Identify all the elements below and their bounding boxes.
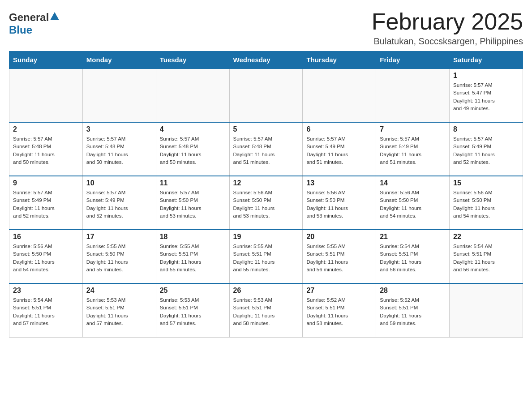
- day-number: 24: [86, 287, 152, 295]
- day-number: 21: [380, 233, 446, 241]
- day-number: 22: [453, 233, 519, 241]
- weekday-header-tuesday: Tuesday: [156, 51, 229, 69]
- weekday-header-wednesday: Wednesday: [229, 51, 303, 69]
- day-number: 12: [233, 179, 299, 187]
- day-number: 1: [453, 72, 519, 80]
- logo-general: General: [9, 11, 49, 24]
- day-cell: 10Sunrise: 5:57 AM Sunset: 5:49 PM Dayli…: [82, 176, 156, 230]
- day-info: Sunrise: 5:53 AM Sunset: 5:51 PM Dayligh…: [160, 296, 226, 327]
- day-info: Sunrise: 5:57 AM Sunset: 5:48 PM Dayligh…: [13, 135, 79, 166]
- day-info: Sunrise: 5:52 AM Sunset: 5:51 PM Dayligh…: [380, 296, 446, 327]
- day-cell: 24Sunrise: 5:53 AM Sunset: 5:51 PM Dayli…: [82, 283, 156, 337]
- day-cell: 9Sunrise: 5:57 AM Sunset: 5:49 PM Daylig…: [9, 176, 83, 230]
- day-info: Sunrise: 5:53 AM Sunset: 5:51 PM Dayligh…: [233, 296, 299, 327]
- logo: General Blue: [9, 9, 59, 36]
- calendar-title: February 2025: [372, 9, 523, 34]
- day-number: 14: [380, 179, 446, 187]
- day-info: Sunrise: 5:57 AM Sunset: 5:49 PM Dayligh…: [306, 135, 372, 166]
- day-info: Sunrise: 5:56 AM Sunset: 5:50 PM Dayligh…: [233, 189, 299, 220]
- day-cell: 5Sunrise: 5:57 AM Sunset: 5:48 PM Daylig…: [229, 122, 303, 176]
- day-number: 7: [380, 125, 446, 133]
- day-number: 28: [380, 287, 446, 295]
- week-row-1: 1Sunrise: 5:57 AM Sunset: 5:47 PM Daylig…: [9, 68, 523, 122]
- day-cell: 25Sunrise: 5:53 AM Sunset: 5:51 PM Dayli…: [156, 283, 229, 337]
- day-info: Sunrise: 5:57 AM Sunset: 5:47 PM Dayligh…: [453, 81, 519, 112]
- day-number: 25: [160, 287, 226, 295]
- week-row-4: 16Sunrise: 5:56 AM Sunset: 5:50 PM Dayli…: [9, 230, 523, 283]
- day-number: 5: [233, 125, 299, 133]
- day-info: Sunrise: 5:54 AM Sunset: 5:51 PM Dayligh…: [13, 296, 79, 327]
- day-cell: [450, 283, 523, 337]
- day-info: Sunrise: 5:57 AM Sunset: 5:50 PM Dayligh…: [160, 189, 226, 220]
- calendar-subtitle: Bulatukan, Soccsksargen, Philippines: [372, 36, 523, 47]
- day-cell: [229, 68, 303, 122]
- day-info: Sunrise: 5:57 AM Sunset: 5:49 PM Dayligh…: [13, 189, 79, 220]
- day-number: 18: [160, 233, 226, 241]
- day-number: 13: [306, 179, 372, 187]
- day-number: 26: [233, 287, 299, 295]
- day-cell: 3Sunrise: 5:57 AM Sunset: 5:48 PM Daylig…: [82, 122, 156, 176]
- day-cell: 11Sunrise: 5:57 AM Sunset: 5:50 PM Dayli…: [156, 176, 229, 230]
- day-cell: 15Sunrise: 5:56 AM Sunset: 5:50 PM Dayli…: [450, 176, 523, 230]
- day-cell: 18Sunrise: 5:55 AM Sunset: 5:51 PM Dayli…: [156, 230, 229, 283]
- day-cell: 21Sunrise: 5:54 AM Sunset: 5:51 PM Dayli…: [376, 230, 450, 283]
- day-number: 9: [13, 179, 79, 187]
- day-cell: 22Sunrise: 5:54 AM Sunset: 5:51 PM Dayli…: [450, 230, 523, 283]
- day-info: Sunrise: 5:56 AM Sunset: 5:50 PM Dayligh…: [13, 243, 79, 274]
- day-info: Sunrise: 5:55 AM Sunset: 5:51 PM Dayligh…: [160, 243, 226, 274]
- day-number: 11: [160, 179, 226, 187]
- page-header: General Blue February 2025 Bulatukan, So…: [9, 9, 523, 47]
- weekday-header-saturday: Saturday: [450, 51, 523, 69]
- day-number: 10: [86, 179, 152, 187]
- day-cell: 12Sunrise: 5:56 AM Sunset: 5:50 PM Dayli…: [229, 176, 303, 230]
- calendar-table: SundayMondayTuesdayWednesdayThursdayFrid…: [9, 51, 523, 338]
- day-cell: 17Sunrise: 5:55 AM Sunset: 5:50 PM Dayli…: [82, 230, 156, 283]
- day-info: Sunrise: 5:57 AM Sunset: 5:48 PM Dayligh…: [160, 135, 226, 166]
- day-cell: 16Sunrise: 5:56 AM Sunset: 5:50 PM Dayli…: [9, 230, 83, 283]
- day-info: Sunrise: 5:57 AM Sunset: 5:49 PM Dayligh…: [380, 135, 446, 166]
- day-cell: 28Sunrise: 5:52 AM Sunset: 5:51 PM Dayli…: [376, 283, 450, 337]
- day-cell: 4Sunrise: 5:57 AM Sunset: 5:48 PM Daylig…: [156, 122, 229, 176]
- day-info: Sunrise: 5:54 AM Sunset: 5:51 PM Dayligh…: [453, 243, 519, 274]
- day-cell: [9, 68, 83, 122]
- weekday-header-thursday: Thursday: [303, 51, 376, 69]
- day-info: Sunrise: 5:55 AM Sunset: 5:51 PM Dayligh…: [233, 243, 299, 274]
- week-row-2: 2Sunrise: 5:57 AM Sunset: 5:48 PM Daylig…: [9, 122, 523, 176]
- day-info: Sunrise: 5:57 AM Sunset: 5:48 PM Dayligh…: [233, 135, 299, 166]
- day-number: 19: [233, 233, 299, 241]
- day-cell: [82, 68, 156, 122]
- week-row-3: 9Sunrise: 5:57 AM Sunset: 5:49 PM Daylig…: [9, 176, 523, 230]
- day-cell: [376, 68, 450, 122]
- day-info: Sunrise: 5:57 AM Sunset: 5:49 PM Dayligh…: [86, 189, 152, 220]
- day-cell: 1Sunrise: 5:57 AM Sunset: 5:47 PM Daylig…: [450, 68, 523, 122]
- day-cell: [303, 68, 376, 122]
- day-cell: 6Sunrise: 5:57 AM Sunset: 5:49 PM Daylig…: [303, 122, 376, 176]
- day-cell: 8Sunrise: 5:57 AM Sunset: 5:49 PM Daylig…: [450, 122, 523, 176]
- weekday-header-row: SundayMondayTuesdayWednesdayThursdayFrid…: [9, 51, 523, 69]
- logo-blue: Blue: [9, 24, 32, 36]
- title-block: February 2025 Bulatukan, Soccsksargen, P…: [372, 9, 523, 47]
- day-info: Sunrise: 5:55 AM Sunset: 5:50 PM Dayligh…: [86, 243, 152, 274]
- day-cell: 19Sunrise: 5:55 AM Sunset: 5:51 PM Dayli…: [229, 230, 303, 283]
- day-cell: 2Sunrise: 5:57 AM Sunset: 5:48 PM Daylig…: [9, 122, 83, 176]
- day-number: 4: [160, 125, 226, 133]
- day-info: Sunrise: 5:57 AM Sunset: 5:49 PM Dayligh…: [453, 135, 519, 166]
- day-cell: 14Sunrise: 5:56 AM Sunset: 5:50 PM Dayli…: [376, 176, 450, 230]
- weekday-header-monday: Monday: [82, 51, 156, 69]
- day-cell: 7Sunrise: 5:57 AM Sunset: 5:49 PM Daylig…: [376, 122, 450, 176]
- week-row-5: 23Sunrise: 5:54 AM Sunset: 5:51 PM Dayli…: [9, 283, 523, 337]
- day-number: 6: [306, 125, 372, 133]
- weekday-header-sunday: Sunday: [9, 51, 83, 69]
- day-number: 16: [13, 233, 79, 241]
- day-cell: 13Sunrise: 5:56 AM Sunset: 5:50 PM Dayli…: [303, 176, 376, 230]
- weekday-header-friday: Friday: [376, 51, 450, 69]
- day-number: 20: [306, 233, 372, 241]
- day-cell: 26Sunrise: 5:53 AM Sunset: 5:51 PM Dayli…: [229, 283, 303, 337]
- day-info: Sunrise: 5:54 AM Sunset: 5:51 PM Dayligh…: [380, 243, 446, 274]
- day-info: Sunrise: 5:53 AM Sunset: 5:51 PM Dayligh…: [86, 296, 152, 327]
- day-cell: 20Sunrise: 5:55 AM Sunset: 5:51 PM Dayli…: [303, 230, 376, 283]
- logo-triangle-icon: [50, 12, 59, 20]
- day-number: 3: [86, 125, 152, 133]
- day-number: 23: [13, 287, 79, 295]
- day-number: 15: [453, 179, 519, 187]
